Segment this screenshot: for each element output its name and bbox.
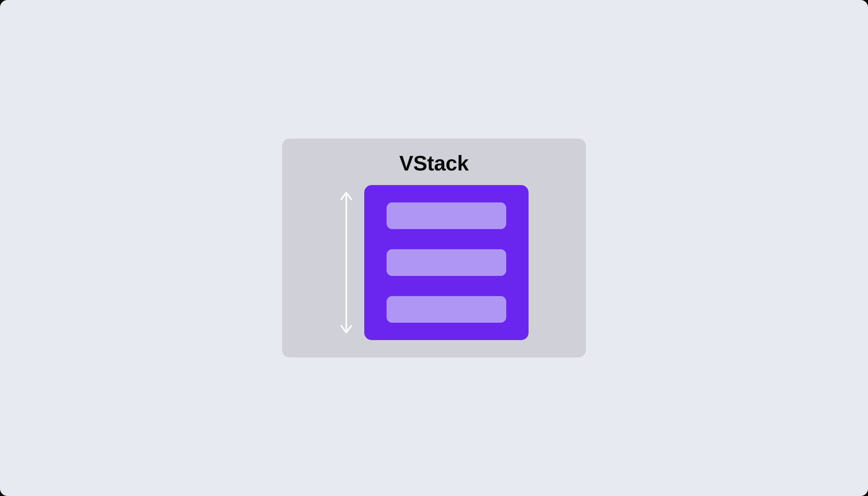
vertical-arrow-icon <box>339 185 353 340</box>
vstack-item <box>387 296 506 323</box>
diagram-panel: VStack <box>282 139 586 357</box>
vstack-item <box>387 202 506 229</box>
diagram-frame: VStack <box>0 0 868 496</box>
diagram-title: VStack <box>399 151 469 175</box>
vstack-container <box>364 185 529 340</box>
vstack-item <box>387 249 506 276</box>
diagram-row <box>299 185 569 340</box>
